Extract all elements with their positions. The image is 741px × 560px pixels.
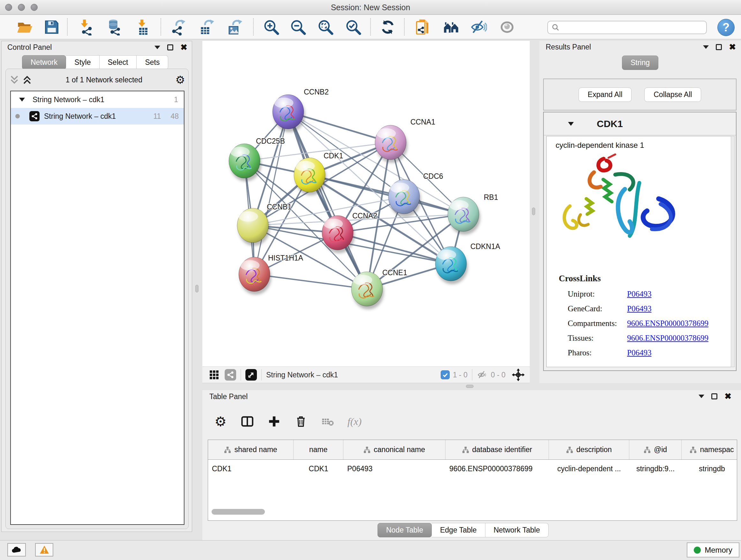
column-type-icon [462, 446, 469, 453]
expand-all-button[interactable]: Expand All [579, 87, 632, 102]
show-panel-button[interactable] [497, 17, 517, 37]
cdk1-section-header[interactable]: CDK1 [544, 112, 736, 135]
selected-checkbox-icon[interactable] [441, 370, 450, 379]
tab-string[interactable]: String [622, 56, 658, 70]
network-canvas[interactable]: CCNB2CCNA1CDC25BCDK1CDC6RB1CCNB1CCNA2CDK… [202, 41, 530, 367]
memory-button[interactable]: Memory [687, 543, 739, 557]
tab-style[interactable]: Style [66, 55, 99, 70]
bottom-splitter-handle[interactable] [466, 385, 474, 388]
collapse-all-button[interactable]: Collapse All [644, 87, 701, 102]
network-options-gear-icon[interactable]: ⚙ [176, 74, 185, 85]
node-CCNB2[interactable]: CCNB2 [273, 88, 329, 132]
column-header-description[interactable]: description [549, 440, 629, 459]
open-in-new-window-icon[interactable] [246, 369, 257, 381]
expand-all-tree-icon[interactable] [22, 74, 32, 85]
right-splitter-handle[interactable] [532, 207, 535, 215]
table-options-gear-icon[interactable]: ⚙ [213, 414, 228, 429]
panel-close-icon[interactable]: ✖ [724, 393, 731, 399]
refresh-button[interactable] [378, 17, 397, 37]
search-input[interactable] [562, 22, 706, 33]
panel-menu-icon[interactable] [703, 45, 709, 49]
results-scrollbar[interactable] [731, 136, 735, 367]
crosslink-row: GeneCard:P06493 [568, 301, 733, 316]
zoom-fit-button[interactable] [316, 17, 335, 37]
separator [261, 369, 262, 381]
network-collection-row[interactable]: String Network – cdk1 1 [11, 91, 184, 108]
string-view-badge-icon[interactable] [225, 369, 236, 381]
hide-panel-button[interactable] [469, 17, 488, 37]
cloud-button[interactable] [7, 543, 26, 557]
collapse-all-tree-icon[interactable] [9, 74, 20, 85]
panel-float-icon[interactable] [711, 393, 718, 399]
import-table-button[interactable] [134, 17, 153, 37]
node-CDC6[interactable]: CDC6 [388, 172, 443, 217]
node-CDC25B[interactable]: CDC25B [229, 137, 285, 181]
table-panel-title: Table Panel [209, 392, 248, 401]
panel-float-icon[interactable] [716, 44, 722, 50]
column-header--id[interactable]: @id [629, 440, 682, 459]
table-panel-tabs: Node TableEdge TableNetwork Table [378, 523, 549, 537]
node-CCNE1[interactable]: CCNE1 [351, 268, 407, 309]
zoom-selected-button[interactable] [344, 17, 363, 37]
warnings-button[interactable] [35, 543, 53, 557]
search-field[interactable] [547, 21, 707, 34]
crosslink-link[interactable]: P06493 [627, 304, 651, 313]
column-header-database-identifier[interactable]: database identifier [446, 440, 549, 459]
import-network-button[interactable] [77, 17, 96, 37]
hidden-eye-slash-icon [477, 370, 488, 380]
zoom-out-button[interactable] [288, 17, 308, 37]
show-columns-icon[interactable] [240, 414, 255, 429]
crosslink-link[interactable]: 9606.ENSP00000378699 [627, 334, 709, 343]
node-CCNA2[interactable]: CCNA2 [322, 212, 377, 253]
refresh-icon [380, 19, 396, 36]
tab-sets[interactable]: Sets [137, 55, 168, 70]
tab-network[interactable]: Network [22, 55, 66, 70]
export-table-button[interactable] [197, 17, 216, 37]
zoom-in-button[interactable] [262, 17, 281, 37]
tab-select[interactable]: Select [99, 55, 137, 70]
column-type-icon [224, 446, 231, 453]
crosslink-link[interactable]: P06493 [627, 290, 651, 299]
collection-caret-icon[interactable] [19, 98, 25, 102]
import-network-from-database-button[interactable] [105, 17, 124, 37]
node-HIST1H1A[interactable]: HIST1H1A [239, 254, 304, 295]
tab-node-table[interactable]: Node Table [378, 523, 432, 537]
save-session-button[interactable] [42, 17, 61, 37]
delete-table-icon[interactable] [320, 414, 335, 429]
birds-eye-grid-icon[interactable] [209, 370, 219, 380]
panel-float-icon[interactable] [167, 44, 173, 51]
column-header-shared-name[interactable]: shared name [208, 440, 293, 459]
separator [241, 369, 241, 381]
panel-menu-icon[interactable] [698, 395, 704, 398]
create-column-plus-icon[interactable] [267, 414, 281, 429]
left-splitter-handle[interactable] [195, 285, 199, 293]
column-header-canonical-name[interactable]: canonical name [343, 440, 446, 459]
table-row[interactable]: CDK1CDK1P064939606.ENSP00000378699cyclin… [208, 460, 737, 478]
export-network-button[interactable] [169, 17, 188, 37]
node-RB1[interactable]: RB1 [448, 193, 498, 235]
column-header-namespac[interactable]: namespac [682, 440, 737, 459]
cdk1-caret-icon[interactable] [568, 122, 574, 126]
node-CCNB1[interactable]: CCNB1 [237, 203, 292, 246]
tab-edge-table[interactable]: Edge Table [432, 523, 485, 537]
panel-close-icon[interactable]: ✖ [180, 44, 187, 51]
export-image-button[interactable] [225, 17, 244, 37]
delete-column-trash-icon[interactable] [293, 414, 308, 429]
import-string-document-button[interactable] [414, 17, 433, 37]
node-CDKN1A[interactable]: CDKN1A [435, 242, 500, 284]
scrollbar-thumb[interactable] [212, 509, 265, 515]
gray-eye-icon [499, 19, 515, 36]
crosslink-link[interactable]: 9606.ENSP00000378699 [627, 319, 709, 328]
tab-network-table[interactable]: Network Table [485, 523, 549, 537]
open-session-button[interactable] [15, 17, 34, 37]
panel-menu-icon[interactable] [154, 46, 160, 49]
help-button[interactable]: ? [718, 19, 735, 36]
column-header-name[interactable]: name [293, 440, 343, 459]
function-builder-icon[interactable]: f(x) [347, 414, 362, 429]
network-row-selected[interactable]: String Network – cdk1 11 48 [11, 108, 184, 125]
home-networks-button[interactable] [442, 17, 461, 37]
node-CDK1[interactable]: CDK1 [294, 152, 343, 195]
pan-move-icon[interactable] [512, 368, 525, 381]
panel-close-icon[interactable]: ✖ [729, 44, 736, 50]
crosslink-link[interactable]: P06493 [627, 348, 651, 357]
